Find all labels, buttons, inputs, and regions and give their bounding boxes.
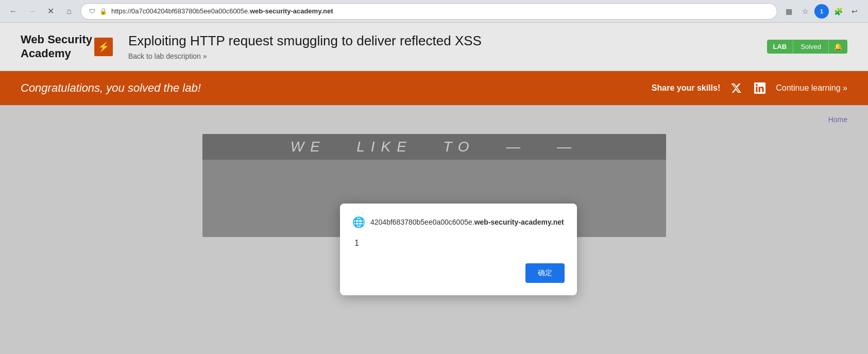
qr-button[interactable]: ▦ <box>781 4 796 19</box>
address-bar[interactable]: 🛡 🔒 https://0a7c004204bf683780b5ee0a00c6… <box>80 3 777 20</box>
browser-chrome: ← → ✕ ⌂ 🛡 🔒 https://0a7c004204bf683780b5… <box>0 0 868 23</box>
lock-icon: 🔒 <box>99 8 107 15</box>
home-button[interactable]: ⌂ <box>62 4 76 19</box>
badge-lab-label: LAB <box>767 40 793 54</box>
back-button[interactable]: ← <box>6 4 21 19</box>
lab-title: Exploiting HTTP request smuggling to del… <box>128 33 752 49</box>
dialog-domain-suffix: web-security-academy.net <box>474 218 564 226</box>
dialog-header: 🌐 4204bf683780b5ee0a00c6005e.web-securit… <box>352 216 565 228</box>
banner-right: Share your skills! Continue learning » <box>652 80 847 96</box>
lab-badge: LAB Solved 🔔 <box>767 40 847 54</box>
continue-learning-link[interactable]: Continue learning » <box>776 83 847 93</box>
back-link[interactable]: Back to lab description » <box>128 52 752 60</box>
close-button[interactable]: ✕ <box>43 4 58 19</box>
page-header: Web Security Academy ⚡ Exploiting HTTP r… <box>0 23 868 71</box>
linkedin-icon[interactable] <box>752 80 768 96</box>
header-info: Exploiting HTTP request smuggling to del… <box>128 33 752 60</box>
dialog-domain-prefix: 4204bf683780b5ee0a00c6005e. <box>370 218 474 226</box>
badge-bell-icon[interactable]: 🔔 <box>828 40 847 54</box>
url-text: https://0a7c004204bf683780b5ee0a00c6005e… <box>111 7 769 15</box>
bookmark-button[interactable]: ☆ <box>798 4 812 19</box>
dialog-message: 1 <box>352 239 565 248</box>
notification-button[interactable]: 1 <box>814 4 829 19</box>
security-icon: 🛡 <box>89 8 95 15</box>
home-link[interactable]: Home <box>21 115 847 124</box>
logo: Web Security Academy ⚡ <box>21 33 113 60</box>
twitter-icon[interactable] <box>728 80 744 96</box>
website-title: WE LIKE TO — — <box>291 139 578 155</box>
congrats-banner: Congratulations, you solved the lab! Sha… <box>0 71 868 105</box>
forward-button[interactable]: → <box>25 4 39 19</box>
extensions-button[interactable]: 🧩 <box>831 4 845 19</box>
share-skills-label: Share your skills! <box>652 83 720 93</box>
logo-line2: Academy <box>21 47 71 60</box>
dialog-box: 🌐 4204bf683780b5ee0a00c6005e.web-securit… <box>340 204 577 295</box>
congrats-text: Congratulations, you solved the lab! <box>21 81 652 95</box>
dialog-footer: 确定 <box>352 263 565 283</box>
badge-solved-label: Solved <box>793 40 828 54</box>
logo-icon: ⚡ <box>94 38 113 56</box>
logo-text: Web Security Academy <box>21 33 92 60</box>
browser-actions: ▦ ☆ 1 🧩 ↩ <box>781 4 862 19</box>
url-domain: web-security-academy.net <box>250 7 333 15</box>
url-prefix: https://0a7c004204bf683780b5ee0a00c6005e… <box>111 7 250 15</box>
globe-icon: 🌐 <box>352 216 365 228</box>
dialog-domain: 4204bf683780b5ee0a00c6005e.web-security-… <box>370 218 564 226</box>
account-button[interactable]: ↩ <box>847 4 862 19</box>
dialog-ok-button[interactable]: 确定 <box>525 263 565 283</box>
logo-line1: Web Security <box>21 33 92 46</box>
website-header-bar: WE LIKE TO — — <box>202 134 666 160</box>
